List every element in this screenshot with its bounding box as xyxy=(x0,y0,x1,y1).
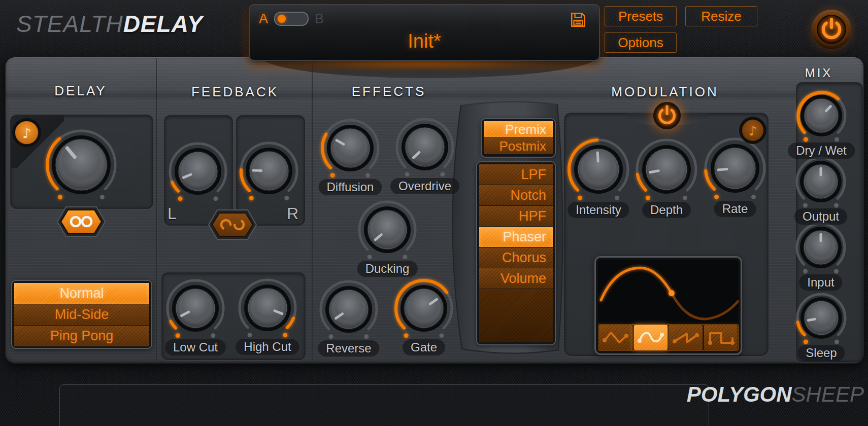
lfo-sine-wave xyxy=(598,260,739,323)
brand-logo: STEALTHDELAY xyxy=(16,10,203,38)
ab-slot-b-label[interactable]: B xyxy=(315,11,324,27)
overdrive-knob[interactable] xyxy=(388,110,462,184)
note-icon: ♪ xyxy=(22,125,30,141)
delay-sync-note-button[interactable]: ♪ xyxy=(12,118,42,148)
lfo-shape-triangle[interactable] xyxy=(599,325,632,350)
delay-mode-list-option-normal[interactable]: Normal xyxy=(14,283,149,304)
gate-knob[interactable] xyxy=(387,271,461,345)
output-knob[interactable] xyxy=(788,149,854,215)
resize-button[interactable]: Resize xyxy=(685,6,757,26)
delay-mode-list-option-mid-side[interactable]: Mid-Side xyxy=(14,304,149,325)
lfo-phase-marker xyxy=(669,290,675,296)
mix-routing-list-option-premix[interactable]: Premix xyxy=(484,121,553,137)
preset-name[interactable]: Init* xyxy=(250,30,599,52)
mod-sync-note-button[interactable]: ♪ xyxy=(739,116,767,145)
delay-time-knob[interactable] xyxy=(38,122,124,208)
vendor-thin: SHEEP xyxy=(792,382,864,406)
power-icon xyxy=(818,16,845,43)
effect-slot-empty-area xyxy=(479,289,553,342)
intensity-knob[interactable] xyxy=(560,131,637,208)
feedback-link-button[interactable] xyxy=(206,208,259,241)
ab-slot-a-label[interactable]: A xyxy=(259,11,268,27)
ducking-knob[interactable] xyxy=(350,193,424,267)
mix-routing-list: PremixPostmix xyxy=(481,118,556,158)
sleep-knob[interactable] xyxy=(788,285,854,351)
ab-toggle[interactable] xyxy=(274,12,309,26)
depth-knob[interactable] xyxy=(628,131,705,208)
modulation-power-button[interactable] xyxy=(653,102,681,129)
triangle-wave-icon xyxy=(601,327,630,348)
feedback-left-knob[interactable] xyxy=(161,134,235,208)
sine-wave-icon xyxy=(636,327,665,348)
delay-link-button[interactable] xyxy=(55,205,108,238)
section-title-effects: EFFECTS xyxy=(352,84,426,99)
feedback-right-knob[interactable] xyxy=(232,134,306,208)
section-title-delay: DELAY xyxy=(54,83,107,99)
vendor-bold: POLYGON xyxy=(687,382,792,406)
effect-slot-list-option-notch[interactable]: Notch xyxy=(479,185,553,205)
section-title-mix: MIX xyxy=(805,66,833,80)
lfo-shape-square[interactable] xyxy=(704,325,738,350)
section-title-modulation: MODULATION xyxy=(611,84,718,100)
effect-slot-list-option-phaser[interactable]: Phaser xyxy=(479,227,553,247)
section-title-feedback: FEEDBACK xyxy=(191,84,279,100)
delay-mode-list-option-ping-pong[interactable]: Ping Pong xyxy=(14,326,149,346)
lfo-shape-selector xyxy=(598,324,739,351)
effect-slot-list: LPFNotchHPFPhaserChorusVolume xyxy=(476,161,556,345)
master-power-button[interactable] xyxy=(812,10,851,49)
note-icon: ♪ xyxy=(749,123,757,138)
lfo-shape-saw[interactable] xyxy=(669,325,703,350)
lfo-display xyxy=(594,256,742,355)
brand-thin: STEALTH xyxy=(16,11,123,37)
delay-mode-list: NormalMid-SidePing Pong xyxy=(11,280,152,349)
info-box xyxy=(59,384,709,426)
lfo-waveform-screen xyxy=(598,260,739,323)
divider-delay-feedback xyxy=(156,58,157,361)
saw-wave-icon xyxy=(671,327,700,348)
low-cut-knob[interactable] xyxy=(158,271,232,345)
effect-slot-list-option-chorus[interactable]: Chorus xyxy=(479,247,553,268)
master-power-inner xyxy=(817,15,846,44)
ab-compare-row: A B xyxy=(259,11,324,26)
input-knob[interactable] xyxy=(788,215,854,280)
options-button[interactable]: Options xyxy=(605,32,677,53)
mix-routing-list-option-postmix[interactable]: Postmix xyxy=(484,138,553,154)
reverse-knob[interactable] xyxy=(312,272,386,346)
high-cut-knob[interactable] xyxy=(230,271,305,345)
effect-slot-list-option-volume[interactable]: Volume xyxy=(479,268,553,289)
effect-slot-list-option-lpf[interactable]: LPF xyxy=(479,164,553,185)
save-preset-icon[interactable] xyxy=(570,11,587,28)
ab-toggle-dot xyxy=(278,15,286,23)
diffusion-knob[interactable] xyxy=(313,111,387,185)
effect-slot-list-option-hpf[interactable]: HPF xyxy=(479,206,553,226)
header-shade xyxy=(5,89,863,100)
lfo-shape-sine-selected[interactable] xyxy=(634,325,667,350)
preset-display: A B Init* xyxy=(249,4,600,61)
dry-wet-knob[interactable] xyxy=(788,83,854,149)
vendor-logo: POLYGONSHEEP xyxy=(687,382,864,407)
square-wave-icon xyxy=(706,327,736,348)
presets-button[interactable]: Presets xyxy=(605,6,677,26)
power-icon xyxy=(655,103,679,128)
brand-bold: DELAY xyxy=(123,11,204,37)
